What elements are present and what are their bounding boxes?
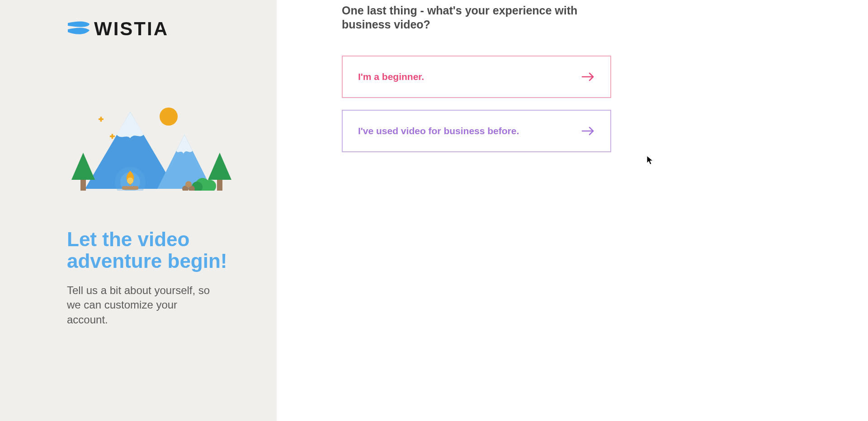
- wistia-logo-icon: [67, 19, 90, 38]
- experience-options: I'm a beginner. I've used video for busi…: [342, 56, 611, 152]
- adventure-illustration: [67, 103, 234, 193]
- arrow-right-icon: [581, 126, 595, 136]
- option-label: I've used video for business before.: [358, 126, 519, 136]
- svg-point-0: [160, 108, 178, 126]
- svg-marker-4: [208, 153, 231, 180]
- option-beginner[interactable]: I'm a beginner.: [342, 56, 611, 98]
- svg-point-14: [185, 181, 192, 187]
- arrow-right-icon: [581, 72, 595, 81]
- brand-name: WISTIA: [94, 18, 169, 40]
- sidebar-subline: Tell us a bit about yourself, so we can …: [67, 283, 221, 327]
- svg-rect-8: [122, 186, 138, 190]
- option-experienced[interactable]: I've used video for business before.: [342, 110, 611, 152]
- onboarding-main: One last thing - what's your experience …: [277, 0, 868, 421]
- svg-point-10: [203, 180, 216, 192]
- brand-logo: WISTIA: [67, 18, 169, 40]
- svg-rect-15: [67, 191, 234, 193]
- onboarding-sidebar: WISTIA: [0, 0, 277, 421]
- svg-point-7: [127, 178, 133, 184]
- sidebar-headline: Let the video adventure begin!: [67, 229, 239, 272]
- experience-question: One last thing - what's your experience …: [342, 4, 595, 32]
- svg-marker-2: [71, 153, 95, 180]
- option-label: I'm a beginner.: [358, 71, 424, 82]
